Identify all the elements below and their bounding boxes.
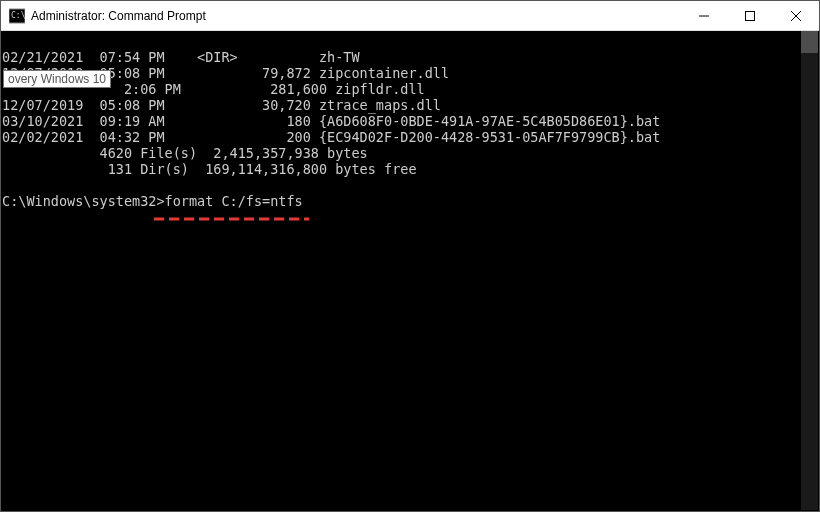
prompt-line: C:\Windows\system32>format C:/fs=ntfs xyxy=(2,193,303,209)
titlebar[interactable]: C:\ Administrator: Command Prompt xyxy=(1,1,819,31)
maximize-button[interactable] xyxy=(727,1,773,31)
dir-line: 12/07/2019 05:08 PM 30,720 ztrace_maps.d… xyxy=(2,97,441,113)
summary-line: 131 Dir(s) 169,114,316,800 bytes free xyxy=(2,161,417,177)
minimize-button[interactable] xyxy=(681,1,727,31)
summary-line: 4620 File(s) 2,415,357,938 bytes xyxy=(2,145,368,161)
dir-line: 02/21/2021 07:54 PM <DIR> zh-TW xyxy=(2,49,360,65)
scrollbar-thumb[interactable] xyxy=(801,31,818,53)
dir-line: 02/02/2021 04:32 PM 200 {EC94D02F-D200-4… xyxy=(2,129,660,145)
cmd-icon: C:\ xyxy=(9,8,25,24)
svg-text:C:\: C:\ xyxy=(11,11,25,20)
prompt-path: C:\Windows\system32> xyxy=(2,193,165,209)
typed-command: format C:/fs=ntfs xyxy=(165,193,303,209)
window-title: Administrator: Command Prompt xyxy=(31,9,681,23)
svg-rect-3 xyxy=(746,12,755,21)
hover-tooltip: overy Windows 10 xyxy=(3,70,111,88)
window-controls xyxy=(681,1,819,30)
terminal-output[interactable]: 02/21/2021 07:54 PM <DIR> zh-TW 12/07/20… xyxy=(1,31,819,511)
vertical-scrollbar[interactable] xyxy=(801,31,818,510)
close-button[interactable] xyxy=(773,1,819,31)
dir-line: 03/10/2021 09:19 AM 180 {A6D608F0-0BDE-4… xyxy=(2,113,660,129)
command-prompt-window: C:\ Administrator: Command Prompt 02/21/… xyxy=(0,0,820,512)
